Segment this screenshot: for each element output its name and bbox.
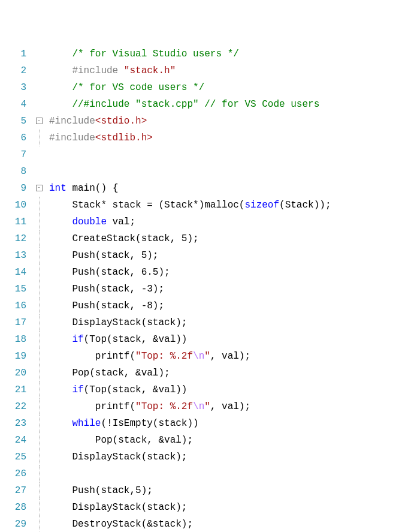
token-plain: printf( (49, 401, 135, 412)
fold-cell (34, 163, 44, 180)
fold-cell (34, 230, 44, 247)
token-string: <stdlib.h> (95, 133, 153, 143)
token-keyword: if (72, 384, 83, 395)
code-area[interactable]: /* for Visual Studio users */ #include "… (44, 43, 336, 532)
line-number: 4 (5, 96, 26, 113)
code-line[interactable]: /* for Visual Studio users */ (49, 46, 331, 62)
fold-cell (34, 314, 44, 331)
token-plain: Push(stack, 6.5); (49, 267, 170, 278)
code-line[interactable]: DisplayStack(stack); (49, 499, 331, 516)
token-plain (49, 99, 72, 110)
fold-guide-line (39, 197, 40, 214)
fold-cell (34, 432, 44, 449)
code-line[interactable]: Pop(stack, &val); (49, 365, 331, 381)
code-line[interactable]: DisplayStack(stack); (49, 449, 331, 465)
fold-guide-line (39, 214, 40, 230)
token-comment: /* for VS code users */ (72, 82, 204, 93)
code-line[interactable] (49, 163, 331, 180)
token-plain: (Stack)); (279, 200, 331, 211)
fold-guide-line (39, 230, 40, 247)
line-number: 29 (5, 516, 26, 532)
line-number: 23 (5, 415, 26, 432)
line-number: 11 (5, 214, 26, 230)
fold-cell (34, 331, 44, 348)
code-line[interactable]: //#include "stack.cpp" // for VS Code us… (49, 96, 331, 113)
token-plain: Pop(stack, &val); (49, 368, 170, 378)
line-number: 9 (5, 180, 26, 197)
code-line[interactable]: #include<stdlib.h> (49, 130, 331, 146)
fold-collapse-icon[interactable]: - (36, 118, 43, 124)
code-line[interactable]: double val; (49, 214, 331, 230)
token-plain (49, 384, 72, 395)
line-number: 19 (5, 348, 26, 365)
code-line[interactable]: /* for VS code users */ (49, 79, 331, 96)
fold-guide-line (39, 365, 40, 381)
token-plain: Push(stack, -3); (49, 284, 164, 294)
line-number: 18 (5, 331, 26, 348)
token-plain (49, 82, 72, 93)
line-number: 24 (5, 432, 26, 449)
line-number: 1 (5, 46, 26, 62)
token-keyword: sizeof (244, 200, 279, 211)
token-string: "Top: %.2f (135, 351, 193, 362)
fold-guide-line (39, 130, 40, 146)
code-line[interactable]: Push(stack, 5); (49, 247, 331, 264)
code-line[interactable]: Push(stack, -8); (49, 297, 331, 314)
code-line[interactable]: #include<stdio.h> (49, 113, 331, 130)
fold-cell (34, 96, 44, 113)
fold-cell (34, 465, 44, 482)
code-line[interactable]: Push(stack, 6.5); (49, 264, 331, 281)
line-number: 2 (5, 62, 26, 79)
token-plain: (!IsEmpty(stack)) (101, 418, 198, 429)
line-number: 17 (5, 314, 26, 331)
code-line[interactable]: while(!IsEmpty(stack)) (49, 415, 331, 432)
fold-collapse-icon[interactable]: - (36, 185, 43, 191)
code-line[interactable] (49, 465, 331, 482)
code-line[interactable]: if(Top(stack, &val)) (49, 381, 331, 398)
line-number-gutter: 1234567891011121314151617181920212223242… (0, 43, 34, 532)
code-line[interactable]: DestroyStack(&stack); (49, 516, 331, 532)
line-number: 15 (5, 281, 26, 297)
line-number: 5 (5, 113, 26, 130)
token-escape: \n (193, 351, 204, 362)
fold-guide-line (39, 264, 40, 281)
fold-guide-line (39, 482, 40, 499)
fold-guide-line (39, 449, 40, 465)
code-line[interactable]: if(Top(stack, &val)) (49, 331, 331, 348)
line-number: 16 (5, 297, 26, 314)
code-line[interactable] (49, 146, 331, 163)
line-number: 3 (5, 79, 26, 96)
token-keyword: double (72, 217, 107, 227)
token-plain (49, 49, 72, 59)
fold-cell[interactable]: - (34, 113, 44, 130)
code-line[interactable]: CreateStack(stack, 5); (49, 230, 331, 247)
line-number: 21 (5, 381, 26, 398)
fold-cell (34, 449, 44, 465)
fold-cell[interactable]: - (34, 180, 44, 197)
code-line[interactable]: Pop(stack, &val); (49, 432, 331, 449)
code-line[interactable]: DisplayStack(stack); (49, 314, 331, 331)
token-plain: DisplayStack(stack); (49, 502, 187, 513)
fold-cell (34, 365, 44, 381)
code-line[interactable]: printf("Top: %.2f\n", val); (49, 348, 331, 365)
line-number: 26 (5, 465, 26, 482)
code-line[interactable]: Push(stack, -3); (49, 281, 331, 297)
token-plain: (Top(stack, &val)) (84, 334, 188, 345)
code-line[interactable]: printf("Top: %.2f\n", val); (49, 398, 331, 415)
token-preproc: #include (72, 65, 123, 76)
token-plain (49, 217, 72, 227)
code-line[interactable]: int main() { (49, 180, 331, 197)
token-string: "stack.h" (124, 65, 176, 76)
code-line[interactable]: #include "stack.h" (49, 62, 331, 79)
code-line[interactable]: Push(stack,5); (49, 482, 331, 499)
fold-cell (34, 214, 44, 230)
fold-cell (34, 499, 44, 516)
token-plain: printf( (49, 351, 135, 362)
fold-guide-line (39, 247, 40, 264)
code-editor[interactable]: 1234567891011121314151617181920212223242… (0, 43, 417, 532)
code-line[interactable]: Stack* stack = (Stack*)malloc(sizeof(Sta… (49, 197, 331, 214)
fold-cell (34, 46, 44, 62)
fold-guide-line (39, 331, 40, 348)
fold-cell (34, 197, 44, 214)
fold-guide-line (39, 348, 40, 365)
